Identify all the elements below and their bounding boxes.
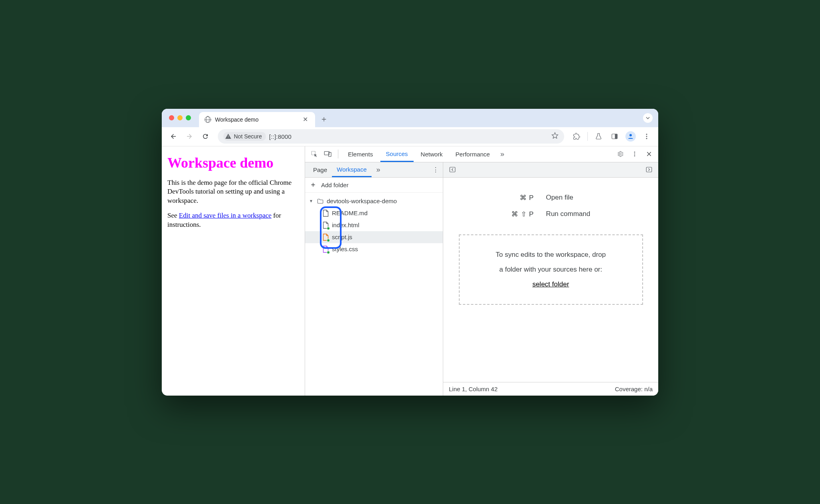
show-debugger-button[interactable] (643, 164, 655, 176)
more-subtabs-button[interactable]: » (373, 166, 384, 174)
gear-icon (617, 150, 624, 158)
devtools-close-button[interactable] (643, 148, 655, 160)
browser-tab[interactable]: Workspace demo ✕ (199, 112, 315, 127)
panel-left-icon (449, 166, 456, 173)
devtools-menu-button[interactable] (629, 148, 641, 160)
css-file-icon (323, 246, 329, 253)
svg-rect-1 (615, 134, 617, 139)
sources-subtabs: Page Workspace » ⋮ (305, 162, 443, 178)
bookmark-button[interactable] (551, 132, 559, 141)
drop-text-2: a folder with your sources here or: (472, 262, 630, 277)
tab-performance[interactable]: Performance (450, 146, 496, 162)
devtools-settings-button[interactable] (614, 148, 626, 160)
labs-button[interactable] (592, 130, 605, 143)
page-paragraph-1: This is the demo page for the official C… (167, 178, 299, 206)
svg-point-9 (634, 152, 635, 153)
cursor-position: Line 1, Column 42 (449, 386, 498, 392)
devtools: Elements Sources Network Performance » (305, 146, 658, 396)
add-folder-label: Add folder (321, 182, 348, 188)
more-tabs-button[interactable]: » (497, 150, 507, 158)
maximize-window-button[interactable] (186, 115, 191, 120)
close-window-button[interactable] (169, 115, 174, 120)
kebab-icon (643, 133, 650, 140)
folder-row[interactable]: ▼ devtools-workspace-demo (305, 195, 443, 207)
file-name: styles.css (332, 246, 358, 252)
warning-icon (225, 133, 231, 140)
security-chip[interactable]: Not Secure (223, 132, 266, 141)
disclosure-triangle-icon: ▼ (309, 199, 314, 203)
show-navigator-button[interactable] (446, 164, 458, 176)
devtools-body: Page Workspace » ⋮ Add folder ▼ (305, 162, 658, 396)
omnibox[interactable]: Not Secure [::]:8000 (218, 129, 564, 144)
forward-button[interactable] (183, 130, 196, 143)
reload-button[interactable] (199, 130, 212, 143)
editor-status-bar: Line 1, Column 42 Coverage: n/a (443, 382, 658, 396)
inspect-icon (311, 150, 318, 158)
subtab-workspace[interactable]: Workspace (332, 162, 372, 177)
plus-icon (310, 182, 316, 188)
folder-icon (317, 198, 324, 204)
page-heading: Workspace demo (167, 154, 299, 171)
device-toolbar-button[interactable] (322, 148, 334, 160)
editor-body: ⌘ P Open file ⌘ ⇧ P Run command To sync … (443, 178, 658, 382)
tab-title: Workspace demo (215, 116, 297, 123)
reload-icon (202, 133, 209, 140)
page-paragraph-2: See Edit and save files in a workspace f… (167, 211, 299, 230)
avatar-icon (625, 131, 636, 142)
security-label: Not Secure (234, 133, 262, 140)
side-panel-button[interactable] (608, 130, 621, 143)
subtab-page[interactable]: Page (308, 162, 332, 177)
new-tab-button[interactable]: ＋ (320, 114, 328, 124)
add-folder-button[interactable]: Add folder (305, 178, 443, 193)
puzzle-icon (573, 133, 580, 140)
browser-window: Workspace demo ✕ ＋ Not Secure [::]:8000 (162, 109, 658, 396)
shortcut-label: Open file (546, 194, 591, 202)
minimize-window-button[interactable] (177, 115, 183, 120)
tab-search-button[interactable] (643, 113, 653, 123)
close-tab-button[interactable]: ✕ (301, 116, 310, 123)
devtools-tabs: Elements Sources Network Performance » (305, 146, 658, 162)
drop-zone[interactable]: To sync edits to the workspace, drop a f… (459, 234, 643, 305)
panel-icon (611, 133, 618, 140)
shortcuts-help: ⌘ P Open file ⌘ ⇧ P Run command (511, 194, 590, 218)
file-icon (323, 210, 329, 217)
tab-sources[interactable]: Sources (380, 146, 414, 162)
file-row-readme[interactable]: README.md (305, 207, 443, 219)
svg-point-2 (629, 134, 632, 136)
shortcut-key: ⌘ P (511, 194, 534, 202)
file-row-styles[interactable]: styles.css (305, 243, 443, 255)
svg-point-4 (646, 136, 647, 137)
toolbar: Not Secure [::]:8000 (162, 127, 658, 146)
workspace-tutorial-link[interactable]: Edit and save files in a workspace (179, 212, 271, 219)
extensions-button[interactable] (570, 130, 583, 143)
coverage-status: Coverage: n/a (615, 386, 653, 392)
shortcut-label: Run command (546, 210, 591, 218)
back-button[interactable] (167, 130, 180, 143)
menu-button[interactable] (640, 130, 653, 143)
tab-elements[interactable]: Elements (342, 146, 379, 162)
close-icon (646, 151, 652, 157)
inspect-button[interactable] (308, 148, 320, 160)
tab-network[interactable]: Network (415, 146, 448, 162)
select-folder-link[interactable]: select folder (533, 280, 569, 288)
window-controls (169, 115, 191, 120)
url-text: [::]:8000 (269, 133, 291, 140)
file-name: index.html (332, 222, 359, 228)
svg-rect-12 (450, 167, 455, 172)
file-row-index[interactable]: index.html (305, 219, 443, 231)
separator (338, 150, 338, 158)
svg-rect-8 (329, 152, 331, 156)
globe-icon (205, 116, 211, 123)
drop-text-1: To sync edits to the workspace, drop (472, 247, 630, 262)
panel-right-icon (645, 166, 653, 173)
sources-sidebar-menu[interactable]: ⋮ (428, 166, 443, 174)
editor-pane: ⌘ P Open file ⌘ ⇧ P Run command To sync … (443, 162, 658, 396)
profile-button[interactable] (624, 130, 637, 143)
file-row-script[interactable]: script.js (305, 231, 443, 243)
sources-sidebar: Page Workspace » ⋮ Add folder ▼ (305, 162, 443, 396)
file-name: README.md (332, 210, 368, 216)
chevron-down-icon (645, 116, 650, 120)
js-file-icon (323, 234, 329, 241)
content: Workspace demo This is the demo page for… (162, 146, 658, 396)
html-file-icon (323, 222, 329, 229)
